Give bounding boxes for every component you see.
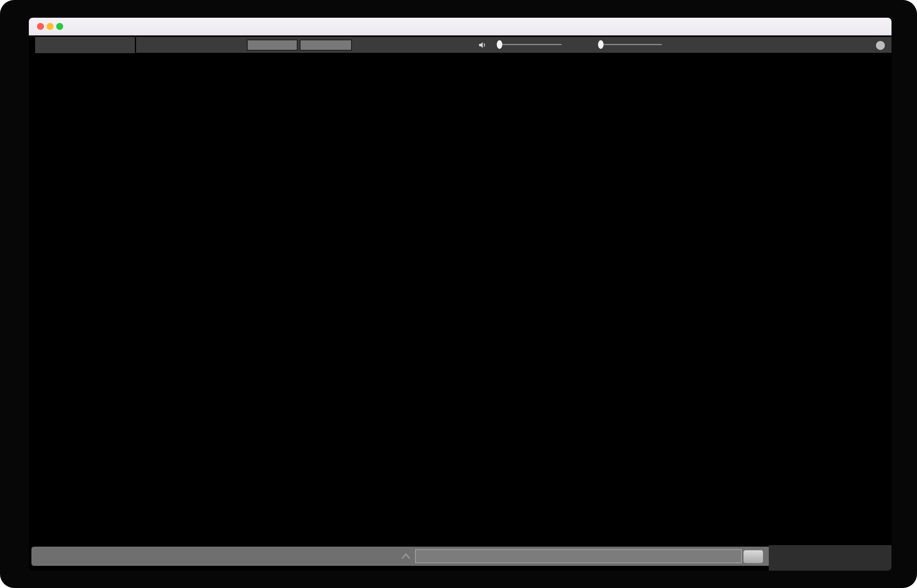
gate-slider-knob[interactable] xyxy=(598,40,604,49)
record-button[interactable] xyxy=(876,41,885,50)
processor-list-title xyxy=(35,37,135,53)
signal-chain-toggle[interactable] xyxy=(769,545,891,571)
display-controls xyxy=(138,427,870,460)
speaker-icon xyxy=(478,40,488,50)
signal-chain-area xyxy=(29,461,891,542)
screenshot-root xyxy=(0,0,917,588)
window-title xyxy=(29,18,891,35)
volume-slider-knob[interactable] xyxy=(497,40,502,49)
df-meter xyxy=(300,40,352,51)
save-message-button[interactable] xyxy=(743,550,763,563)
window-titlebar xyxy=(29,18,891,36)
gate-slider[interactable] xyxy=(598,44,662,45)
main-toolbar xyxy=(136,37,891,53)
status-bar xyxy=(31,547,771,566)
cpu-meter xyxy=(247,40,298,51)
message-input[interactable] xyxy=(415,549,742,563)
processor-list xyxy=(35,37,135,54)
volume-slider[interactable] xyxy=(497,44,562,45)
app-window xyxy=(29,18,891,571)
chevron-up-icon[interactable] xyxy=(401,552,411,560)
